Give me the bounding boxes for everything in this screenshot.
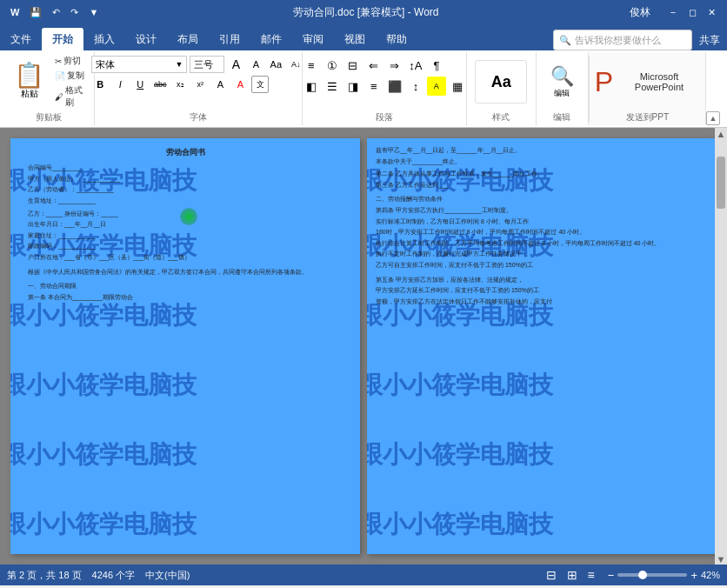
para-row-2: ◧ ☰ ◨ ≡ ⬛ ↕ A ▦ <box>302 77 467 96</box>
bold-button[interactable]: B <box>91 76 109 93</box>
restore-button[interactable]: ◻ <box>684 3 701 21</box>
ribbon: 文件 开始 插入 设计 布局 引用 邮件 审阅 视图 帮助 🔍 告诉我你想要做什… <box>0 24 727 128</box>
font-name-value: 宋体 <box>96 58 115 71</box>
doc-line: 二、劳动报酬与劳动条件 <box>376 194 708 205</box>
bullets-button[interactable]: ≡ <box>302 56 321 75</box>
send-to-ppt-label: 发送到PPT <box>626 111 669 124</box>
tab-mailings[interactable]: 邮件 <box>250 28 292 50</box>
ppt-label: Microsoft PowerPoint <box>618 71 700 92</box>
font-size-decrease-button[interactable]: A <box>247 56 264 73</box>
indent-increase-button[interactable]: ⇒ <box>385 56 404 75</box>
border-button[interactable]: ▦ <box>448 77 467 96</box>
font-size-increase-button[interactable]: A <box>227 56 244 73</box>
tab-review[interactable]: 审阅 <box>292 28 334 50</box>
tab-file[interactable]: 文件 <box>0 28 42 50</box>
tab-help[interactable]: 帮助 <box>376 28 417 50</box>
minimize-button[interactable]: − <box>664 3 682 21</box>
doc-line: 甲方（用人单位）：___________ <box>28 174 343 185</box>
undo-icon[interactable]: ↶ <box>49 7 63 18</box>
document-area: 跟小小筱学电脑技 跟小小筱学电脑技 跟小小筱学电脑技 跟小小筱学电脑技 跟小小筱… <box>0 128 727 565</box>
font-size-value: 三号 <box>194 58 213 71</box>
read-view-button[interactable]: ≡ <box>585 568 597 582</box>
scroll-down-button[interactable]: ▼ <box>715 554 727 565</box>
zoom-slider-thumb <box>638 571 647 579</box>
copy-icon: 📄 <box>55 71 65 81</box>
paste-button[interactable]: 📋 粘贴 <box>9 60 50 104</box>
format-painter-button[interactable]: 🖌 格式刷 <box>51 84 89 110</box>
watermark-5: 跟小小筱学电脑技 <box>10 438 197 471</box>
style-gallery-button[interactable]: Aa <box>475 60 527 104</box>
print-view-button[interactable]: ⊞ <box>564 568 580 582</box>
strikethrough-button[interactable]: abc <box>151 76 169 93</box>
copy-button[interactable]: 📄 复制 <box>51 69 89 83</box>
subscript-button[interactable]: x₂ <box>171 76 189 93</box>
italic-button[interactable]: I <box>111 76 129 93</box>
redo-icon[interactable]: ↷ <box>67 7 82 18</box>
find-replace-button[interactable]: 🔍 编辑 <box>550 65 574 99</box>
vertical-scrollbar[interactable]: ▲ ▼ <box>715 128 727 565</box>
tab-references[interactable]: 引用 <box>209 28 250 50</box>
scroll-up-button[interactable]: ▲ <box>715 128 727 139</box>
font-name-selector[interactable]: 宋体 ▼ <box>91 56 187 73</box>
justify-button[interactable]: ≡ <box>364 77 384 96</box>
doc-line: 第二条 乙方具体从事工作与工作性质，发生______岗位工作。 <box>376 169 708 180</box>
zoom-plus-button[interactable]: + <box>690 569 697 582</box>
ribbon-group-edit: 🔍 编辑 编辑 <box>537 52 589 125</box>
line-spacing-button[interactable]: ↕ <box>406 77 425 96</box>
paste-label: 粘贴 <box>21 88 38 100</box>
show-hide-button[interactable]: ¶ <box>427 56 446 75</box>
tab-layout[interactable]: 布局 <box>167 28 209 50</box>
page-title-left: 劳动合同书 <box>28 145 343 159</box>
ribbon-content: 📋 粘贴 ✂ 剪切 📄 复制 🖌 格式刷 <box>0 50 727 128</box>
tab-design[interactable]: 设计 <box>125 28 167 50</box>
watermark-r5: 跟小小筱学电脑技 <box>367 438 553 471</box>
search-input[interactable]: 🔍 告诉我你想要做什么 <box>553 30 692 50</box>
doc-page-right: 跟小小筱学电脑技 跟小小筱学电脑技 跟小小筱学电脑技 跟小小筱学电脑技 跟小小筱… <box>367 138 717 554</box>
paste-icon: 📋 <box>14 63 44 88</box>
save-icon[interactable]: 💾 <box>26 7 45 18</box>
doc-line: 第四条 甲方安排乙方执行___________工时制度。 <box>376 205 708 217</box>
cut-button[interactable]: ✂ 剪切 <box>51 54 89 68</box>
scrollbar-thumb[interactable] <box>717 157 725 209</box>
indent-decrease-button[interactable]: ⇐ <box>364 56 384 75</box>
justify-low-button[interactable]: ⬛ <box>385 77 404 96</box>
font-color-button[interactable]: A <box>231 76 249 93</box>
doc-line: 乙方（劳动者）：___________ <box>28 184 343 196</box>
edit-label: 编辑 <box>554 88 570 99</box>
pages-container: 跟小小筱学电脑技 跟小小筱学电脑技 跟小小筱学电脑技 跟小小筱学电脑技 跟小小筱… <box>0 128 727 565</box>
clipboard-small-buttons: ✂ 剪切 📄 复制 🖌 格式刷 <box>51 54 89 110</box>
ribbon-group-ppt: P Microsoft PowerPoint 发送到PPT <box>590 52 706 125</box>
highlight-button[interactable]: A <box>211 76 229 93</box>
tab-view[interactable]: 视图 <box>334 28 376 50</box>
ribbon-collapse-button[interactable]: ▲ <box>706 111 720 125</box>
ribbon-group-clipboard: 📋 粘贴 ✂ 剪切 📄 复制 🖌 格式刷 <box>3 52 95 125</box>
align-center-button[interactable]: ☰ <box>323 77 342 96</box>
doc-line: 邮政编码：___________ <box>28 241 343 252</box>
clear-format-button[interactable]: Aa <box>267 56 284 73</box>
tab-home[interactable]: 开始 <box>42 28 83 50</box>
sort-button[interactable]: ↕A <box>406 56 425 75</box>
align-left-button[interactable]: ◧ <box>302 77 321 96</box>
window-controls: − ◻ ✕ <box>664 3 720 21</box>
multilevel-list-button[interactable]: ⊟ <box>343 56 363 75</box>
watermark-3: 跟小小筱学电脑技 <box>10 299 197 332</box>
numbering-button[interactable]: ① <box>323 56 342 75</box>
font-size-selector[interactable]: 三号 <box>190 56 224 73</box>
web-view-button[interactable]: ⊟ <box>544 568 559 582</box>
char-border-button[interactable]: 文 <box>251 76 269 93</box>
shading-button[interactable]: A <box>427 77 446 96</box>
share-button[interactable]: 共享 <box>699 33 720 48</box>
underline-button[interactable]: U <box>131 76 149 93</box>
customize-icon[interactable]: ▼ <box>85 7 102 17</box>
clipboard-group-label: 剪贴板 <box>36 111 62 124</box>
close-button[interactable]: ✕ <box>703 3 720 21</box>
zoom-slider[interactable] <box>617 573 687 577</box>
doc-line: 生育地址：___________ <box>28 196 343 207</box>
zoom-minus-button[interactable]: − <box>608 569 615 582</box>
align-right-button[interactable]: ◨ <box>343 77 363 96</box>
doc-line: 合同编号_________ <box>28 163 343 174</box>
doc-line: 根据《中华人民共和国劳务合同法》的有关规定，甲乙双方签订本合同，共同遵守本合同所… <box>28 267 343 278</box>
ribbon-group-paragraph: ≡ ① ⊟ ⇐ ⇒ ↕A ¶ ◧ ☰ ◨ ≡ ⬛ ↕ A ▦ <box>303 52 467 125</box>
tab-insert[interactable]: 插入 <box>83 28 125 50</box>
superscript-button[interactable]: x² <box>191 76 209 93</box>
